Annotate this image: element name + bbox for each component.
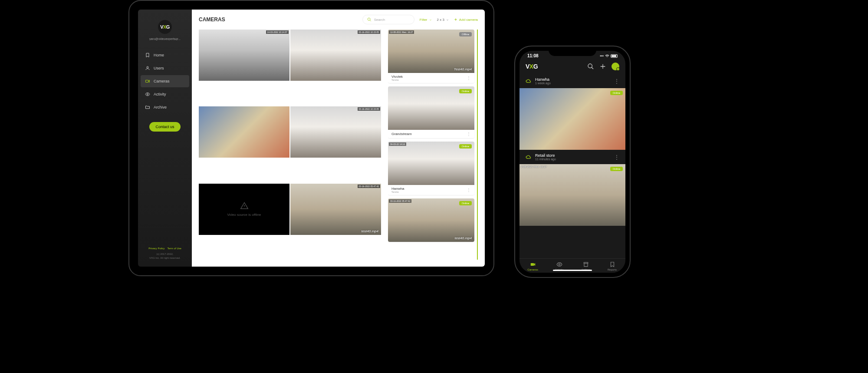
phone-camera-feed[interactable]: Hanwha 1 week ago ⋮ Online Retail store … bbox=[519, 74, 625, 258]
user-email: yaro@videoexpertsgr... bbox=[138, 37, 192, 40]
svg-point-6 bbox=[559, 264, 560, 265]
card-timestamp: 04-03-22 14:16 bbox=[389, 142, 406, 146]
camera-meta[interactable]: Hanwha 1 week ago ⋮ bbox=[519, 74, 625, 88]
camera-tile[interactable]: 03-16-2022 10:15:05 bbox=[290, 30, 381, 81]
warning-icon bbox=[240, 201, 249, 210]
camera-name: Retail store bbox=[535, 153, 611, 158]
camera-card[interactable]: 12-08-2021 Wed. 16:27 Offline Test40.mp4… bbox=[388, 30, 474, 83]
camera-time: 11 minutes ago bbox=[535, 158, 611, 161]
add-camera-button[interactable]: Add camera bbox=[454, 18, 478, 22]
nav-label: Users bbox=[154, 66, 164, 70]
camera-icon bbox=[145, 79, 150, 84]
nav-cameras[interactable]: Cameras bbox=[519, 261, 546, 271]
camera-tile-offline[interactable]: Video source is offline bbox=[199, 184, 289, 235]
nav-home[interactable]: Home bbox=[141, 49, 189, 61]
camera-card[interactable]: 03-16-2022 05:47:42 Online test40.mp4 bbox=[388, 198, 474, 242]
camera-timestamp: 2-08-2021 Wed. 16:27 bbox=[521, 165, 547, 168]
terms-link[interactable]: Term of Use bbox=[168, 247, 181, 250]
more-menu-icon[interactable]: ⋮ bbox=[614, 78, 619, 84]
topbar: CAMERAS Search Filter 2 x 3 Add camera bbox=[192, 10, 485, 30]
nav-label: Cameras bbox=[154, 79, 170, 83]
camera-icon bbox=[530, 261, 536, 267]
camera-tile[interactable]: 03-16-2022 10:15:05 bbox=[290, 106, 381, 158]
tablet-device: VXG yaro@videoexpertsgr... Home Users Ca… bbox=[128, 0, 494, 276]
filter-button[interactable]: Filter bbox=[420, 18, 432, 22]
more-menu-icon[interactable]: ⋮ bbox=[467, 132, 471, 136]
camera-tile[interactable] bbox=[199, 106, 289, 158]
plus-icon[interactable] bbox=[599, 63, 606, 70]
cloud-icon bbox=[526, 78, 532, 84]
tablet-screen: VXG yaro@videoexpertsgr... Home Users Ca… bbox=[138, 10, 485, 267]
tile-timestamp: 03-16-2022 10:15:05 bbox=[358, 30, 380, 34]
nav-label: Cameras bbox=[527, 268, 538, 271]
report-icon bbox=[609, 261, 615, 267]
chevron-down-icon bbox=[429, 18, 432, 21]
svg-rect-7 bbox=[584, 262, 588, 263]
sidebar-footer: Privacy Policy Term of Use (c) 2017-2022… bbox=[138, 247, 192, 260]
more-menu-icon[interactable]: ⋮ bbox=[467, 76, 471, 80]
phone-device: 11:08 ▪▪▪ VXG Hanwha bbox=[514, 46, 631, 278]
tile-label: test40.mp4 bbox=[361, 229, 378, 233]
tile-timestamp: 03-16-2022 10:15:05 bbox=[358, 107, 380, 111]
user-avatar[interactable] bbox=[612, 63, 619, 70]
eye-icon bbox=[145, 92, 150, 97]
battery-icon bbox=[611, 54, 618, 58]
card-thumbnail: 12-08-2021 Wed. 16:27 Offline Test40.mp4 bbox=[388, 30, 474, 73]
nav-label: Activity bbox=[154, 92, 166, 96]
search-icon[interactable] bbox=[587, 63, 594, 70]
user-icon bbox=[145, 66, 150, 71]
nav-list: Home Users Cameras Activity Archive bbox=[138, 49, 192, 113]
more-menu-icon[interactable]: ⋮ bbox=[614, 154, 619, 160]
status-time: 11:08 bbox=[527, 53, 539, 58]
more-menu-icon[interactable]: ⋮ bbox=[467, 188, 471, 192]
nav-cameras[interactable]: Cameras bbox=[141, 75, 189, 87]
camera-meta[interactable]: Retail store 11 minutes ago ⋮ bbox=[519, 150, 625, 164]
nav-activity[interactable]: Activity bbox=[141, 88, 189, 100]
contact-us-button[interactable]: Contact us bbox=[149, 122, 180, 132]
grid-size-button[interactable]: 2 x 3 bbox=[437, 18, 449, 22]
status-badge: Offline bbox=[459, 32, 472, 36]
camera-name: Hanwha bbox=[391, 187, 404, 191]
search-input[interactable]: Search bbox=[362, 15, 414, 24]
search-placeholder: Search bbox=[374, 18, 385, 22]
eye-icon bbox=[556, 261, 562, 267]
status-badge: Online bbox=[610, 167, 623, 171]
svg-point-4 bbox=[588, 64, 592, 68]
home-indicator bbox=[553, 270, 592, 271]
nav-reports[interactable]: Reports bbox=[599, 261, 625, 271]
svg-rect-1 bbox=[146, 80, 149, 83]
camera-card[interactable]: 04-03-22 14:16 Online Hanwha Toronto ⋮ bbox=[388, 142, 474, 195]
camera-list: 12-08-2021 Wed. 16:27 Offline Test40.mp4… bbox=[388, 30, 478, 260]
camera-grid: 14-03-2022 10:14:37 03-16-2022 10:15:05 … bbox=[199, 30, 381, 260]
sidebar: VXG yaro@videoexpertsgr... Home Users Ca… bbox=[138, 10, 192, 267]
archive-icon bbox=[583, 261, 589, 267]
camera-thumbnail[interactable]: 2-08-2021 Wed. 16:27 Online bbox=[519, 164, 625, 226]
privacy-link[interactable]: Privacy Policy bbox=[148, 247, 164, 250]
tile-timestamp: 03-16-2022 05:47:42 bbox=[358, 185, 380, 188]
page-title: CAMERAS bbox=[199, 17, 225, 23]
copyright: (c) 2017-2022, VXG Inc. All right reserv… bbox=[141, 252, 188, 260]
folder-icon bbox=[145, 105, 150, 110]
chevron-down-icon bbox=[446, 18, 449, 21]
camera-time: 1 week ago bbox=[535, 82, 611, 85]
bookmark-icon bbox=[145, 53, 150, 58]
camera-tile[interactable]: 03-16-2022 05:47:42 test40.mp4 bbox=[290, 184, 381, 235]
signal-icon: ▪▪▪ bbox=[600, 54, 604, 58]
camera-card[interactable]: Online Grandstream ⋮ bbox=[388, 86, 474, 138]
card-thumbnail: 04-03-22 14:16 Online bbox=[388, 142, 474, 185]
card-thumbnail: 03-16-2022 05:47:42 Online test40.mp4 bbox=[388, 198, 474, 242]
card-timestamp: 03-16-2022 05:47:42 bbox=[389, 199, 411, 203]
camera-tile[interactable]: 14-03-2022 10:14:37 bbox=[199, 30, 289, 81]
nav-archive[interactable]: Archive bbox=[141, 101, 189, 113]
phone-header: VXG bbox=[519, 59, 625, 74]
nav-label: Reports bbox=[608, 268, 617, 271]
camera-thumbnail[interactable]: Online bbox=[519, 88, 625, 150]
app-logo: VXG bbox=[158, 20, 172, 34]
card-label: test40.mp4 bbox=[454, 236, 472, 240]
status-badge: Online bbox=[459, 201, 472, 205]
nav-users[interactable]: Users bbox=[141, 62, 189, 74]
camera-name: Hanwha bbox=[535, 77, 611, 82]
offline-text: Video source is offline bbox=[227, 213, 261, 217]
svg-point-2 bbox=[147, 94, 148, 95]
svg-point-3 bbox=[368, 18, 370, 20]
